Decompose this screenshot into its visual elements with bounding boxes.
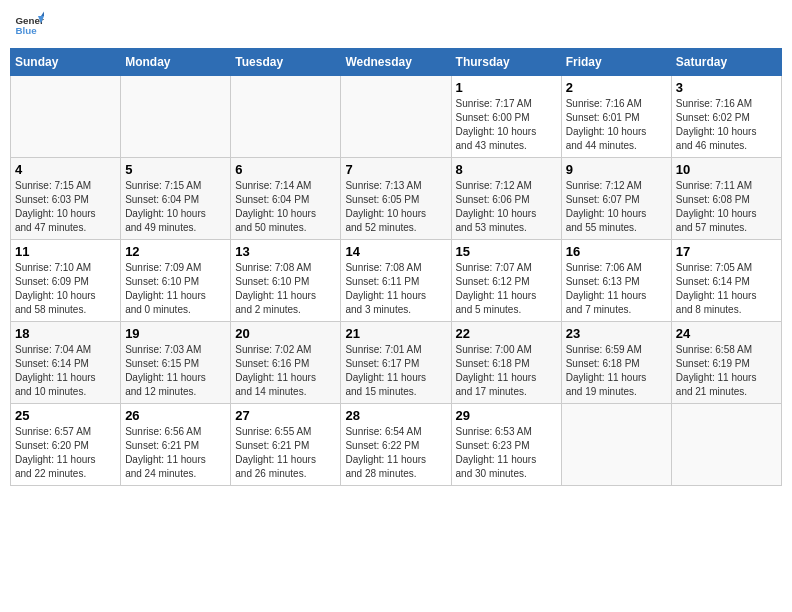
day-info: Sunrise: 6:54 AM Sunset: 6:22 PM Dayligh…: [345, 425, 446, 481]
day-number: 2: [566, 80, 667, 95]
day-info: Sunrise: 7:13 AM Sunset: 6:05 PM Dayligh…: [345, 179, 446, 235]
calendar-cell: 6Sunrise: 7:14 AM Sunset: 6:04 PM Daylig…: [231, 158, 341, 240]
calendar-cell: 11Sunrise: 7:10 AM Sunset: 6:09 PM Dayli…: [11, 240, 121, 322]
day-number: 17: [676, 244, 777, 259]
calendar-cell: [341, 76, 451, 158]
calendar-week-2: 4Sunrise: 7:15 AM Sunset: 6:03 PM Daylig…: [11, 158, 782, 240]
logo-icon: General Blue: [14, 10, 44, 40]
calendar-week-4: 18Sunrise: 7:04 AM Sunset: 6:14 PM Dayli…: [11, 322, 782, 404]
calendar-cell: 3Sunrise: 7:16 AM Sunset: 6:02 PM Daylig…: [671, 76, 781, 158]
day-info: Sunrise: 7:07 AM Sunset: 6:12 PM Dayligh…: [456, 261, 557, 317]
day-info: Sunrise: 7:08 AM Sunset: 6:11 PM Dayligh…: [345, 261, 446, 317]
calendar-table: SundayMondayTuesdayWednesdayThursdayFrid…: [10, 48, 782, 486]
calendar-cell: 10Sunrise: 7:11 AM Sunset: 6:08 PM Dayli…: [671, 158, 781, 240]
calendar-cell: 28Sunrise: 6:54 AM Sunset: 6:22 PM Dayli…: [341, 404, 451, 486]
header-sunday: Sunday: [11, 49, 121, 76]
day-number: 22: [456, 326, 557, 341]
day-number: 20: [235, 326, 336, 341]
calendar-cell: 24Sunrise: 6:58 AM Sunset: 6:19 PM Dayli…: [671, 322, 781, 404]
day-number: 21: [345, 326, 446, 341]
day-info: Sunrise: 7:04 AM Sunset: 6:14 PM Dayligh…: [15, 343, 116, 399]
day-info: Sunrise: 7:00 AM Sunset: 6:18 PM Dayligh…: [456, 343, 557, 399]
day-info: Sunrise: 7:15 AM Sunset: 6:04 PM Dayligh…: [125, 179, 226, 235]
calendar-week-1: 1Sunrise: 7:17 AM Sunset: 6:00 PM Daylig…: [11, 76, 782, 158]
calendar-cell: 14Sunrise: 7:08 AM Sunset: 6:11 PM Dayli…: [341, 240, 451, 322]
day-info: Sunrise: 6:58 AM Sunset: 6:19 PM Dayligh…: [676, 343, 777, 399]
day-number: 8: [456, 162, 557, 177]
calendar-cell: 26Sunrise: 6:56 AM Sunset: 6:21 PM Dayli…: [121, 404, 231, 486]
day-number: 6: [235, 162, 336, 177]
calendar-cell: [561, 404, 671, 486]
day-number: 23: [566, 326, 667, 341]
calendar-cell: 20Sunrise: 7:02 AM Sunset: 6:16 PM Dayli…: [231, 322, 341, 404]
day-number: 24: [676, 326, 777, 341]
calendar-week-3: 11Sunrise: 7:10 AM Sunset: 6:09 PM Dayli…: [11, 240, 782, 322]
calendar-cell: 23Sunrise: 6:59 AM Sunset: 6:18 PM Dayli…: [561, 322, 671, 404]
day-info: Sunrise: 7:06 AM Sunset: 6:13 PM Dayligh…: [566, 261, 667, 317]
day-number: 15: [456, 244, 557, 259]
day-info: Sunrise: 6:57 AM Sunset: 6:20 PM Dayligh…: [15, 425, 116, 481]
day-info: Sunrise: 6:59 AM Sunset: 6:18 PM Dayligh…: [566, 343, 667, 399]
calendar-cell: 21Sunrise: 7:01 AM Sunset: 6:17 PM Dayli…: [341, 322, 451, 404]
day-info: Sunrise: 6:53 AM Sunset: 6:23 PM Dayligh…: [456, 425, 557, 481]
header-thursday: Thursday: [451, 49, 561, 76]
day-number: 13: [235, 244, 336, 259]
calendar-cell: 2Sunrise: 7:16 AM Sunset: 6:01 PM Daylig…: [561, 76, 671, 158]
day-number: 28: [345, 408, 446, 423]
day-number: 7: [345, 162, 446, 177]
day-info: Sunrise: 6:56 AM Sunset: 6:21 PM Dayligh…: [125, 425, 226, 481]
day-info: Sunrise: 7:10 AM Sunset: 6:09 PM Dayligh…: [15, 261, 116, 317]
day-number: 27: [235, 408, 336, 423]
day-number: 16: [566, 244, 667, 259]
header-saturday: Saturday: [671, 49, 781, 76]
calendar-cell: 17Sunrise: 7:05 AM Sunset: 6:14 PM Dayli…: [671, 240, 781, 322]
calendar-cell: 5Sunrise: 7:15 AM Sunset: 6:04 PM Daylig…: [121, 158, 231, 240]
day-info: Sunrise: 7:12 AM Sunset: 6:06 PM Dayligh…: [456, 179, 557, 235]
day-number: 12: [125, 244, 226, 259]
day-info: Sunrise: 7:03 AM Sunset: 6:15 PM Dayligh…: [125, 343, 226, 399]
calendar-cell: [11, 76, 121, 158]
day-number: 18: [15, 326, 116, 341]
day-number: 5: [125, 162, 226, 177]
day-number: 11: [15, 244, 116, 259]
day-info: Sunrise: 7:02 AM Sunset: 6:16 PM Dayligh…: [235, 343, 336, 399]
day-info: Sunrise: 7:01 AM Sunset: 6:17 PM Dayligh…: [345, 343, 446, 399]
calendar-cell: 12Sunrise: 7:09 AM Sunset: 6:10 PM Dayli…: [121, 240, 231, 322]
day-number: 9: [566, 162, 667, 177]
calendar-cell: 1Sunrise: 7:17 AM Sunset: 6:00 PM Daylig…: [451, 76, 561, 158]
header-monday: Monday: [121, 49, 231, 76]
day-number: 26: [125, 408, 226, 423]
calendar-cell: [121, 76, 231, 158]
calendar-cell: 27Sunrise: 6:55 AM Sunset: 6:21 PM Dayli…: [231, 404, 341, 486]
day-number: 4: [15, 162, 116, 177]
svg-marker-3: [41, 12, 44, 17]
day-number: 10: [676, 162, 777, 177]
day-info: Sunrise: 7:08 AM Sunset: 6:10 PM Dayligh…: [235, 261, 336, 317]
svg-text:Blue: Blue: [16, 25, 38, 36]
calendar-cell: 22Sunrise: 7:00 AM Sunset: 6:18 PM Dayli…: [451, 322, 561, 404]
calendar-cell: 7Sunrise: 7:13 AM Sunset: 6:05 PM Daylig…: [341, 158, 451, 240]
calendar-cell: 4Sunrise: 7:15 AM Sunset: 6:03 PM Daylig…: [11, 158, 121, 240]
day-info: Sunrise: 7:14 AM Sunset: 6:04 PM Dayligh…: [235, 179, 336, 235]
day-info: Sunrise: 7:17 AM Sunset: 6:00 PM Dayligh…: [456, 97, 557, 153]
calendar-cell: [671, 404, 781, 486]
calendar-cell: 13Sunrise: 7:08 AM Sunset: 6:10 PM Dayli…: [231, 240, 341, 322]
calendar-cell: 19Sunrise: 7:03 AM Sunset: 6:15 PM Dayli…: [121, 322, 231, 404]
logo: General Blue: [14, 10, 44, 40]
day-info: Sunrise: 7:09 AM Sunset: 6:10 PM Dayligh…: [125, 261, 226, 317]
calendar-cell: 29Sunrise: 6:53 AM Sunset: 6:23 PM Dayli…: [451, 404, 561, 486]
calendar-cell: 9Sunrise: 7:12 AM Sunset: 6:07 PM Daylig…: [561, 158, 671, 240]
calendar-cell: 15Sunrise: 7:07 AM Sunset: 6:12 PM Dayli…: [451, 240, 561, 322]
day-number: 1: [456, 80, 557, 95]
day-number: 14: [345, 244, 446, 259]
calendar-cell: 25Sunrise: 6:57 AM Sunset: 6:20 PM Dayli…: [11, 404, 121, 486]
day-info: Sunrise: 7:16 AM Sunset: 6:01 PM Dayligh…: [566, 97, 667, 153]
calendar-header-row: SundayMondayTuesdayWednesdayThursdayFrid…: [11, 49, 782, 76]
day-number: 29: [456, 408, 557, 423]
day-number: 19: [125, 326, 226, 341]
page-header: General Blue: [10, 10, 782, 40]
calendar-cell: 18Sunrise: 7:04 AM Sunset: 6:14 PM Dayli…: [11, 322, 121, 404]
calendar-week-5: 25Sunrise: 6:57 AM Sunset: 6:20 PM Dayli…: [11, 404, 782, 486]
calendar-cell: 16Sunrise: 7:06 AM Sunset: 6:13 PM Dayli…: [561, 240, 671, 322]
calendar-cell: [231, 76, 341, 158]
